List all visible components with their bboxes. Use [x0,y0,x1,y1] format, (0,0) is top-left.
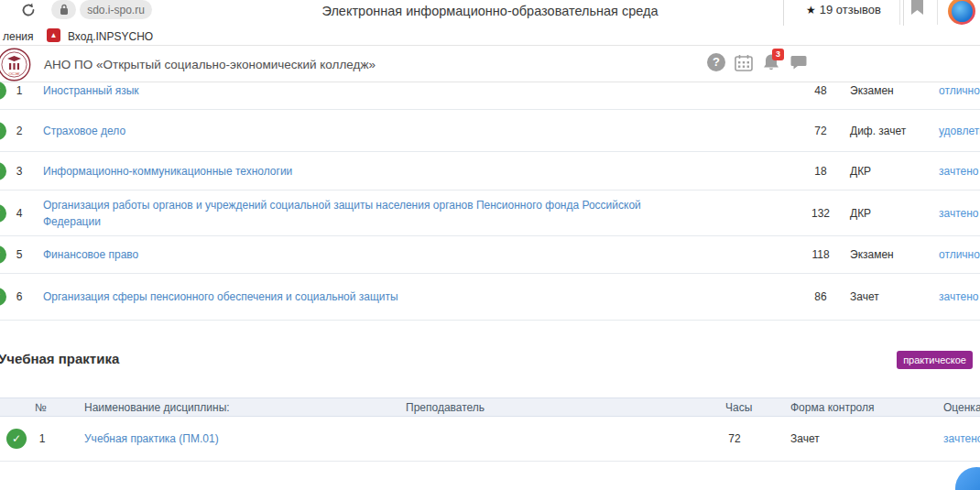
row-number: 4 [12,207,27,220]
table-row: ✓ 6 Организация сферы пенсионного обеспе… [0,274,980,321]
column-header-num: № [35,401,47,414]
column-header-control: Форма контроля [790,401,875,414]
hours-value: 118 [797,248,844,261]
toolbar-divider [899,0,900,25]
column-header-teacher: Преподаватель [406,401,485,414]
practice-type-badge[interactable]: практическое [897,351,973,369]
toolbar-divider [937,0,938,25]
college-logo[interactable]: ОСЭК [0,48,31,82]
column-header-name: Наименование дисциплины: [84,401,230,414]
screen: sdo.i-spo.ru Электронная информационно-о… [0,0,980,490]
row-number: 5 [12,248,27,261]
grade-link[interactable]: зачтено [939,207,979,220]
completed-check-icon: ✓ [6,429,27,449]
calendar-icon[interactable] [735,54,753,72]
hours-value: 86 [797,290,844,303]
table-row: ✓ 1 Иностранный язык 48 Экзамен отлично [0,82,980,110]
completed-check-icon: ✓ [0,122,6,140]
grade-link[interactable]: удовлетворительно [939,125,980,137]
help-icon[interactable]: ? [707,53,725,71]
completed-check-icon: ✓ [0,245,6,264]
column-header-grade: Оценка [943,401,980,414]
messages-icon[interactable] [790,55,809,73]
organization-title: АНО ПО «Открытый социально-экономический… [44,58,376,71]
table-row: ✓ 2 Страховое дело 72 Диф. зачет удовлет… [0,110,980,152]
hours-value: 48 [797,84,844,97]
bookmark-item-truncated[interactable]: ления [3,30,34,43]
bookmarks-bar: ления ▲ Вход.INPSYCHO [0,26,980,46]
control-form: Зачет [850,290,879,303]
bookmark-item-inpsycho[interactable]: Вход.INPSYCHO [68,30,153,43]
site-header: ОСЭК АНО ПО «Открытый социально-экономич… [0,46,980,82]
section-title: Учебная практика [0,351,119,366]
row-number: 1 [35,432,49,445]
profile-avatar[interactable] [948,0,975,25]
row-number: 6 [12,290,27,303]
discipline-link[interactable]: Информационно-коммуникационные технологи… [43,163,292,180]
hours-value: 18 [797,165,844,178]
completed-check-icon: ✓ [0,82,6,100]
discipline-link[interactable]: Организация работы органов и учреждений … [43,197,684,230]
discipline-link[interactable]: Страховое дело [43,123,125,139]
bookmark-favicon-icon[interactable]: ▲ [47,28,60,42]
table-row: ✓ 3 Информационно-коммуникационные техно… [0,152,980,191]
grade-link[interactable]: зачтено [939,290,979,303]
control-form: Экзамен [850,84,894,97]
table-row: ✓ 5 Финансовое право 118 Экзамен отлично [0,236,980,274]
hours-value: 72 [716,432,753,445]
table-row: ✓ 4 Организация работы органов и учрежде… [0,191,980,236]
control-form: Зачет [790,432,820,445]
practice-table-header: № Наименование дисциплины: Преподаватель… [0,397,980,417]
row-number: 3 [12,165,27,178]
row-number: 2 [12,125,27,137]
discipline-link[interactable]: Финансовое право [43,246,138,263]
hours-value: 72 [797,125,844,137]
control-form: ДКР [850,165,871,178]
browser-toolbar: sdo.i-spo.ru Электронная информационно-о… [0,0,980,26]
discipline-link[interactable]: Иностранный язык [43,82,139,99]
grade-link[interactable]: отлично [939,84,980,97]
control-form: ДКР [850,207,871,220]
discipline-link[interactable]: Учебная практика (ПМ.01) [84,430,219,447]
control-form: Диф. зачет [850,125,906,137]
grade-link[interactable]: отлично [939,248,980,261]
row-number: 1 [12,84,27,97]
star-icon: ★ [806,4,816,16]
hours-value: 132 [797,207,844,220]
reviews-count-label: 19 отзывов [820,3,881,16]
grade-link[interactable]: зачтено [939,165,979,178]
control-form: Экзамен [850,248,894,261]
completed-check-icon: ✓ [0,162,6,180]
table-row: ✓ 1 Учебная практика (ПМ.01) 72 Зачет за… [0,417,980,462]
notification-count-badge[interactable]: 3 [772,49,784,60]
discipline-link[interactable]: Организация сферы пенсионного обеспечени… [43,289,398,305]
svg-text:ОСЭК: ОСЭК [8,71,20,76]
grade-link[interactable]: зачтено [943,432,980,445]
completed-check-icon: ✓ [0,204,6,223]
completed-check-icon: ✓ [0,288,6,306]
column-header-hours: Часы [725,401,752,414]
floating-chat-button[interactable] [955,467,980,490]
